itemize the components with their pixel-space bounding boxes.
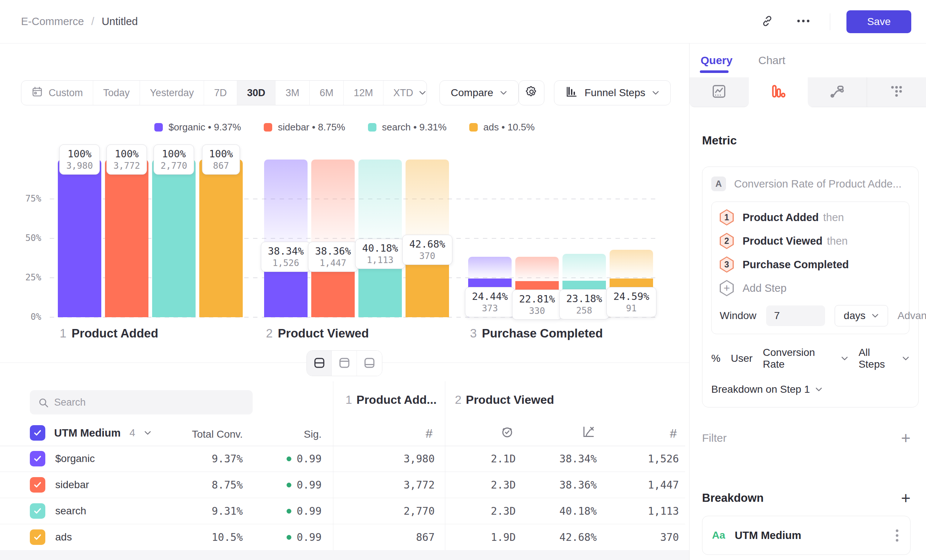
funnel-value-badge-search-step2[interactable]: 40.18%1,113 [355, 239, 405, 269]
chart-only-view-button[interactable] [332, 351, 357, 376]
query-step-1[interactable]: 1Product Addedthen [720, 206, 901, 229]
row-step2-time: 1.9D [442, 531, 516, 543]
metric-series-row[interactable]: A Conversion Rate of Product Adde... [711, 177, 909, 191]
filter-heading: Filter [702, 432, 727, 444]
significance-dot [287, 483, 291, 487]
badge-conversion-pct: 38.36% [315, 245, 351, 257]
query-step-3[interactable]: 3Purchase Completed [720, 253, 901, 276]
measure-entity[interactable]: User [731, 353, 752, 364]
retention-icon [888, 83, 905, 101]
ellipsis-icon [796, 19, 811, 24]
add-filter-button[interactable]: + [901, 433, 911, 443]
retention-report-tab[interactable] [867, 77, 926, 107]
breadcrumb-project[interactable]: E-Commerce [21, 15, 84, 28]
breakdown-item-menu[interactable] [894, 527, 900, 544]
query-step-2[interactable]: 2Product Viewedthen [720, 229, 901, 253]
breadcrumb: E-Commerce / Untitled [21, 15, 138, 28]
funnel-value-badge-ads-step1[interactable]: 100%867 [202, 144, 240, 175]
tab-chart[interactable]: Chart [758, 44, 785, 77]
row-step1-count: 3,980 [343, 453, 435, 465]
y-axis-label-50%: 50% [12, 233, 41, 243]
significance-dot [287, 509, 291, 513]
table-row-organic[interactable]: $organic9.37%0.993,9802.1D38.34%1,526 [0, 446, 685, 472]
row-step2-rate: 42.68% [523, 531, 597, 543]
funnel-bar-ads-step1[interactable] [199, 159, 243, 317]
badge-conversion-pct: 100% [113, 148, 140, 160]
search-icon [38, 397, 49, 410]
breakdown-column-header[interactable]: UTM Medium 4 [30, 425, 151, 440]
insights-report-tab[interactable] [690, 77, 749, 107]
measure-scope-dropdown[interactable]: All Steps [859, 347, 909, 370]
sig-header[interactable]: Sig. [248, 428, 322, 440]
funnel-value-badge-ads-step2[interactable]: 42.68%370 [402, 235, 452, 265]
row-step1-count: 2,770 [343, 505, 435, 517]
badge-conversion-pct: 23.18% [566, 292, 602, 305]
top-actions: Save [758, 10, 911, 33]
table-step1-header: 1Product Add... [345, 393, 436, 407]
funnel-value-badge-ads-step3[interactable]: 24.59%91 [606, 287, 657, 317]
badge-count: 2,770 [160, 160, 187, 171]
more-options-button[interactable] [793, 16, 814, 27]
save-button[interactable]: Save [846, 10, 911, 33]
funnel-value-badge-sidebar-step3[interactable]: 22.81%330 [512, 289, 562, 320]
step-number-hexagon: 2 [720, 233, 734, 249]
advanced-toggle[interactable]: Advanced [898, 310, 926, 322]
row-step2-time: 2.3D [442, 479, 516, 491]
table-row-search[interactable]: search9.31%0.992,7702.3D40.18%1,113 [0, 498, 685, 524]
row-significance: 0.99 [241, 479, 322, 491]
row-step1-count: 3,772 [343, 479, 435, 491]
conversion-rate-column-icon[interactable] [582, 425, 596, 440]
window-unit-select[interactable]: days [835, 305, 888, 327]
row-step2-rate: 38.36% [523, 479, 597, 491]
breakdown-on-step-dropdown[interactable]: Breakdown on Step 1 [711, 383, 909, 395]
funnel-value-badge-organic-step2[interactable]: 38.34%1,526 [261, 242, 311, 272]
table-only-view-button[interactable] [357, 351, 382, 376]
funnel-bar-sidebar-step1[interactable] [105, 159, 148, 317]
funnel-ghost-search-step3 [563, 254, 606, 281]
table-row-sidebar[interactable]: sidebar8.75%0.993,7722.3D38.36%1,447 [0, 472, 685, 498]
row-total-conv: 10.5% [151, 531, 243, 543]
breadcrumb-report-title[interactable]: Untitled [102, 15, 138, 28]
row-significance: 0.99 [241, 453, 322, 465]
funnels-report-tab[interactable] [749, 77, 808, 107]
funnel-value-badge-search-step1[interactable]: 100%2,770 [154, 144, 194, 175]
y-axis-label-25%: 25% [12, 272, 41, 283]
funnel-bar-search-step1[interactable] [152, 159, 195, 317]
step-label-2: 2Product Viewed [266, 327, 369, 341]
breakdown-heading: Breakdown [702, 492, 764, 505]
search-input[interactable] [30, 390, 253, 415]
badge-conversion-pct: 100% [66, 148, 93, 160]
row-checkbox[interactable] [30, 530, 45, 545]
row-checkbox[interactable] [30, 451, 45, 466]
badge-count: 258 [566, 305, 602, 316]
add-breakdown-button[interactable]: + [901, 493, 911, 504]
badge-count: 373 [472, 303, 508, 314]
time-to-convert-icon[interactable] [500, 425, 514, 440]
row-checkbox[interactable] [30, 477, 45, 493]
count-column-icon-2[interactable]: # [670, 426, 677, 440]
metric-card: A Conversion Rate of Product Adde... 1Pr… [702, 166, 918, 407]
funnel-value-badge-organic-step3[interactable]: 24.44%373 [465, 287, 515, 317]
breadcrumb-separator: / [91, 15, 94, 28]
row-step2-rate: 40.18% [523, 505, 597, 517]
count-column-icon[interactable]: # [426, 426, 433, 440]
split-view-icon [313, 356, 326, 371]
add-step-button[interactable]: + Add Step [720, 276, 901, 300]
row-checkbox[interactable] [30, 503, 45, 519]
funnel-value-badge-sidebar-step2[interactable]: 38.36%1,447 [308, 242, 358, 272]
funnel-value-badge-sidebar-step1[interactable]: 100%3,772 [106, 144, 147, 175]
split-view-button[interactable] [307, 351, 332, 376]
breakdown-section-header: Breakdown + [702, 492, 911, 505]
breakdown-item-utm-medium[interactable]: Aa UTM Medium [702, 516, 911, 555]
window-value-input[interactable] [766, 306, 825, 326]
funnel-value-badge-organic-step1[interactable]: 100%3,980 [59, 144, 100, 175]
row-step2-count: 1,447 [605, 479, 679, 491]
table-row-ads[interactable]: ads10.5%0.998671.9D42.68%370 [0, 524, 685, 551]
measure-metric-dropdown[interactable]: Conversion Rate [763, 347, 848, 370]
total-conv-header[interactable]: Total Conv. [169, 428, 243, 440]
funnel-value-badge-search-step3[interactable]: 23.18%258 [559, 289, 609, 319]
select-all-checkbox[interactable] [30, 425, 45, 440]
copy-link-button[interactable] [758, 11, 777, 32]
flows-report-tab[interactable] [808, 77, 867, 107]
funnel-bar-organic-step1[interactable] [58, 159, 101, 317]
